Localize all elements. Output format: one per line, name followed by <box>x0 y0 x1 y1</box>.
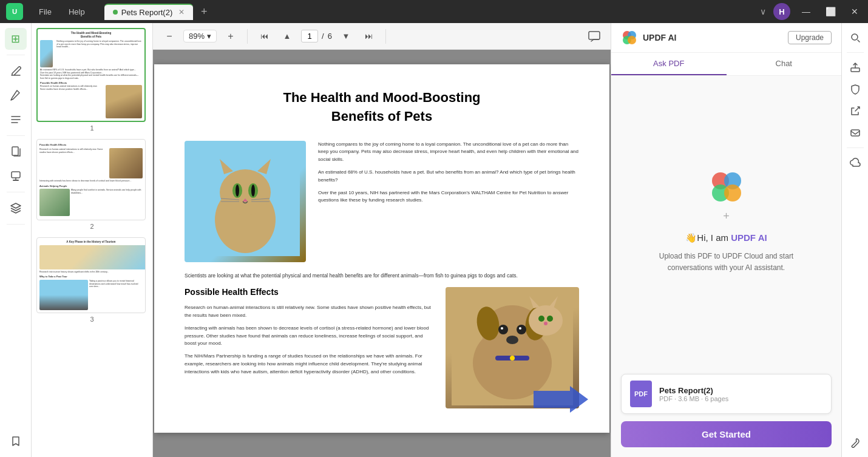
ai-greeting-prefix: 👋Hi, I am <box>685 232 731 243</box>
page-input[interactable] <box>301 30 318 42</box>
pdf-health-section: Possible Health Effects Research on huma… <box>185 287 579 408</box>
sidebar-icon-stamp[interactable] <box>5 165 27 187</box>
file-icon: PDF <box>630 381 652 407</box>
file-info: Pets Report(2) PDF · 3.6 MB · 6 pages <box>659 386 822 402</box>
zoom-in-button[interactable]: + <box>222 27 240 46</box>
chevron-icon[interactable]: ∨ <box>760 7 766 16</box>
last-page-button[interactable]: ⏭ <box>360 27 378 46</box>
search-rail-icon[interactable] <box>846 28 865 47</box>
zoom-display[interactable]: 89% ▾ <box>183 30 217 42</box>
left-sidebar: ⊞ <box>0 23 32 457</box>
svg-point-45 <box>724 184 741 201</box>
ai-logo-text: UPDF AI <box>643 33 676 42</box>
svg-point-32 <box>538 316 544 322</box>
title-bar: U File Help Pets Report(2) ✕ + ∨ H — ⬜ ✕ <box>0 0 868 23</box>
svg-rect-2 <box>12 147 18 155</box>
svg-point-36 <box>510 356 515 361</box>
file-menu[interactable]: File <box>32 5 59 19</box>
pdf-title: The Health and Mood-BoostingBenefits of … <box>185 89 579 126</box>
mail-rail-icon[interactable] <box>846 123 865 143</box>
add-tab-button[interactable]: + <box>195 3 212 20</box>
svg-point-13 <box>251 184 255 197</box>
pdf-scroll-area[interactable]: The Health and Mood-BoostingBenefits of … <box>153 50 611 457</box>
svg-point-28 <box>506 336 518 344</box>
dog-cat-section <box>446 287 579 408</box>
user-avatar[interactable]: H <box>773 3 790 20</box>
help-menu[interactable]: Help <box>61 5 92 19</box>
file-card: PDF Pets Report(2) PDF · 3.6 MB · 6 page… <box>621 374 832 414</box>
ai-description: Upload this PDF to UPDF Cloud and start … <box>642 251 812 274</box>
next-page-button[interactable]: ▼ <box>337 27 355 46</box>
zoom-dropdown-icon: ▾ <box>207 32 211 41</box>
svg-point-41 <box>628 36 636 44</box>
svg-point-29 <box>529 305 563 336</box>
get-started-button[interactable]: Get Started <box>621 421 832 447</box>
pdf-intro-section: Nothing compares to the joy of coming ho… <box>185 141 579 262</box>
upgrade-button[interactable]: Upgrade <box>788 31 832 44</box>
tab-chat[interactable]: Chat <box>727 53 842 75</box>
share-rail-icon[interactable] <box>846 101 865 121</box>
tab-ask-pdf[interactable]: Ask PDF <box>611 53 727 75</box>
page-separator: / <box>322 32 324 41</box>
sidebar-sep-2 <box>7 135 25 136</box>
svg-point-7 <box>220 169 271 215</box>
sidebar-icon-bookmark[interactable] <box>5 430 27 452</box>
sidebar-icon-layers[interactable] <box>5 197 27 219</box>
tools-rail-icon[interactable] <box>846 433 865 452</box>
thumbnail-3[interactable]: A Key Phase in the History of Tourism Re… <box>36 237 147 323</box>
toolbar-sep-2 <box>385 29 386 44</box>
sidebar-icon-annotate[interactable] <box>5 84 27 106</box>
tab-area: Pets Report(2) ✕ + <box>104 3 213 20</box>
svg-text:U: U <box>12 8 17 15</box>
thumb-img-2: Possible Health Effects Research on huma… <box>36 139 146 220</box>
ai-plus-icon: + <box>723 210 730 223</box>
sidebar-sep-1 <box>7 55 25 55</box>
svg-point-27 <box>519 327 521 330</box>
thumbnail-panel: The Health and Mood-BoostingBenefits of … <box>32 23 153 457</box>
export-rail-icon[interactable] <box>846 58 865 77</box>
file-meta: PDF · 3.6 MB · 6 pages <box>659 395 822 402</box>
tab-label: Pets Report(2) <box>121 8 173 17</box>
file-name: Pets Report(2) <box>659 386 822 395</box>
maximize-button[interactable]: ⬜ <box>822 3 839 20</box>
prev-page-button[interactable]: ▲ <box>278 27 296 46</box>
pdf-content-area: − 89% ▾ + ⏮ ▲ / 6 ▼ ⏭ <box>153 23 611 457</box>
active-tab[interactable]: Pets Report(2) ✕ <box>104 4 194 20</box>
ai-greeting: 👋Hi, I am UPDF AI <box>685 232 767 243</box>
ai-logo: UPDF AI <box>621 29 676 46</box>
close-button[interactable]: ✕ <box>846 3 863 20</box>
zoom-out-button[interactable]: − <box>160 27 178 46</box>
arrow-overlay <box>531 384 591 415</box>
protect-rail-icon[interactable] <box>846 80 865 99</box>
thumb-img-1: The Health and Mood-BoostingBenefits of … <box>36 28 146 122</box>
tab-close-button[interactable]: ✕ <box>178 8 185 16</box>
comment-button[interactable] <box>585 27 603 46</box>
ai-brand-name: UPDF AI <box>731 232 767 243</box>
thumb-label-2: 2 <box>36 223 147 230</box>
thumbnail-1[interactable]: The Health and Mood-BoostingBenefits of … <box>36 28 147 132</box>
pdf-toolbar: − 89% ▾ + ⏮ ▲ / 6 ▼ ⏭ <box>153 23 611 50</box>
pdf-section-text: Possible Health Effects Research on huma… <box>185 287 433 408</box>
thumb-img-3: A Key Phase in the History of Tourism Re… <box>36 237 146 313</box>
pdf-section-title: Possible Health Effects <box>185 287 433 297</box>
svg-marker-37 <box>534 386 588 413</box>
first-page-button[interactable]: ⏮ <box>255 27 273 46</box>
right-rail-sep-1 <box>847 52 864 53</box>
minimize-button[interactable]: — <box>798 3 815 20</box>
pdf-caption: Scientists are looking at what the poten… <box>185 272 579 280</box>
pdf-page-1: The Health and Mood-BoostingBenefits of … <box>154 64 609 433</box>
ai-content: + 👋Hi, I am UPDF AI Upload this PDF to U… <box>611 76 841 367</box>
ai-panel: UPDF AI Upgrade Ask PDF Chat + 👋Hi, I am… <box>611 23 841 457</box>
sidebar-icon-grid[interactable]: ⊞ <box>5 28 27 50</box>
sidebar-icon-pages[interactable] <box>5 141 27 163</box>
svg-rect-47 <box>851 68 860 72</box>
sidebar-icon-edit[interactable] <box>5 60 27 82</box>
svg-point-34 <box>544 322 548 325</box>
svg-point-33 <box>547 316 553 322</box>
cloud-rail-icon[interactable] <box>846 153 865 172</box>
sidebar-icon-form[interactable] <box>5 109 27 130</box>
thumbnail-2[interactable]: Possible Health Effects Research on huma… <box>36 139 147 229</box>
toolbar-sep-1 <box>247 29 248 44</box>
menu-bar: File Help <box>32 5 92 19</box>
ai-header: UPDF AI Upgrade <box>611 23 841 53</box>
